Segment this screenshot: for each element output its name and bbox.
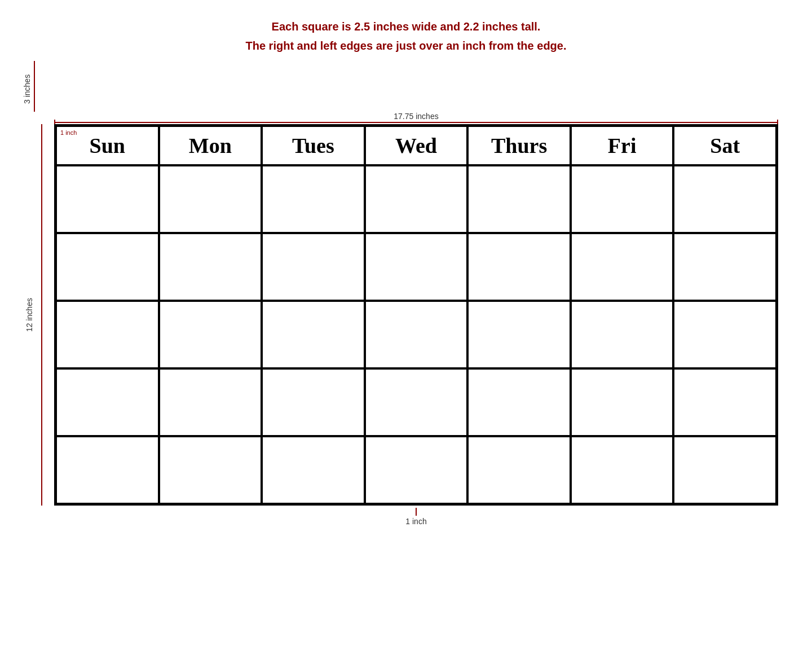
- header-cell-mon: Mon: [159, 126, 262, 165]
- twelve-inches-label: 12 inches: [25, 124, 34, 506]
- header-cell-fri: Fri: [571, 126, 674, 165]
- day-label-fri: Fri: [608, 135, 637, 156]
- calendar-cell: [159, 368, 262, 436]
- calendar-cell: [262, 165, 365, 233]
- bottom-tick-line: [416, 508, 417, 516]
- calendar-cell: [262, 368, 365, 436]
- horizontal-dim-label: 17.75 inches: [34, 112, 778, 121]
- calendar-cell: [365, 165, 468, 233]
- three-inches-label: 3 inches: [23, 64, 32, 115]
- calendar-cell: [571, 301, 674, 368]
- calendar-wrapper: 12 inches 1 inchSunMonTuesWedThursFriSat: [34, 124, 778, 506]
- bottom-dim-area: 1 inch: [34, 508, 778, 526]
- calendar-cell: [159, 436, 262, 504]
- instruction-line1: Each square is 2.5 inches wide and 2.2 i…: [34, 17, 778, 36]
- calendar-cell: [159, 165, 262, 233]
- measurement-container: 3 inches 17.75 inches 12 inches 1 inchSu…: [34, 61, 778, 526]
- calendar-cell: [467, 165, 571, 233]
- header-cell-sun: 1 inchSun: [56, 126, 159, 165]
- calendar-cell: [673, 436, 776, 504]
- calendar-cell: [56, 368, 159, 436]
- horizontal-line: [54, 122, 778, 123]
- left-vertical-line: [41, 124, 42, 506]
- day-label-wed: Wed: [395, 135, 437, 156]
- day-label-mon: Mon: [189, 135, 232, 156]
- calendar-grid: 1 inchSunMonTuesWedThursFriSat: [54, 124, 778, 506]
- calendar-cell: [159, 301, 262, 368]
- header-cell-sat: Sat: [673, 126, 776, 165]
- bottom-label: 1 inch: [405, 517, 426, 526]
- day-label-sat: Sat: [710, 135, 740, 156]
- day-label-thurs: Thurs: [491, 135, 547, 156]
- calendar-cell: [673, 301, 776, 368]
- calendar-cell: [467, 233, 571, 301]
- top-vertical-line: [34, 61, 35, 112]
- calendar-cell: [262, 233, 365, 301]
- calendar-cell: [467, 436, 571, 504]
- horizontal-dim-row: [34, 122, 778, 123]
- calendar-cell: [467, 301, 571, 368]
- calendar-cell: [571, 165, 674, 233]
- calendar-cell: [571, 436, 674, 504]
- instructions-block: Each square is 2.5 inches wide and 2.2 i…: [34, 17, 778, 55]
- day-label-sun: Sun: [90, 135, 125, 156]
- instruction-line2: The right and left edges are just over a…: [34, 36, 778, 55]
- calendar-cell: [673, 233, 776, 301]
- header-cell-wed: Wed: [365, 126, 468, 165]
- calendar-cell: [56, 301, 159, 368]
- calendar-cell: [262, 301, 365, 368]
- calendar-cell: [673, 368, 776, 436]
- day-label-tues: Tues: [292, 135, 334, 156]
- top-dim-area: 3 inches: [34, 61, 778, 112]
- bottom-tick-inner: 1 inch: [405, 508, 426, 526]
- calendar-cell: [467, 368, 571, 436]
- calendar-cell: [571, 233, 674, 301]
- top-left-vertical: 3 inches: [34, 61, 35, 112]
- calendar-cell: [56, 165, 159, 233]
- calendar-cell: [571, 368, 674, 436]
- calendar-cell: [159, 233, 262, 301]
- calendar-cell: [365, 436, 468, 504]
- calendar-cell: [262, 436, 365, 504]
- header-cell-thurs: Thurs: [467, 126, 571, 165]
- one-inch-corner-label: 1 inch: [60, 129, 77, 136]
- header-cell-tues: Tues: [262, 126, 365, 165]
- calendar-cell: [56, 233, 159, 301]
- horiz-label-text: 17.75 inches: [394, 112, 438, 121]
- left-ruler: 12 inches: [34, 124, 50, 506]
- bottom-tick: 1 inch: [54, 508, 778, 526]
- calendar-cell: [673, 165, 776, 233]
- calendar-cell: [365, 301, 468, 368]
- calendar-cell: [56, 436, 159, 504]
- calendar-cell: [365, 368, 468, 436]
- calendar-cell: [365, 233, 468, 301]
